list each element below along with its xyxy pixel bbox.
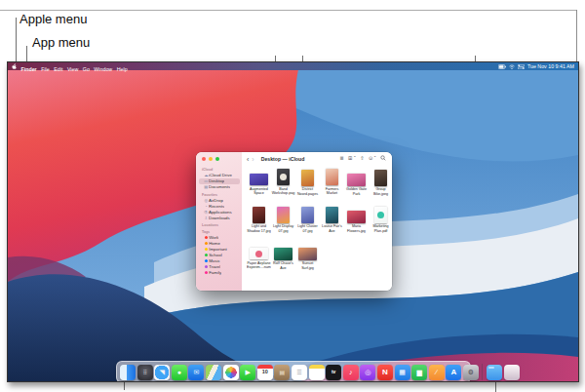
- sidebar-item-family[interactable]: Family: [199, 270, 240, 276]
- minimize-button[interactable]: [209, 157, 213, 161]
- sidebar-item-label: Music: [209, 258, 219, 263]
- tag-dot-icon: [205, 242, 208, 245]
- dock-icon-keynote[interactable]: ▦: [395, 365, 410, 380]
- control-center-icon[interactable]: [518, 64, 525, 69]
- menu-go[interactable]: Go: [83, 66, 90, 72]
- dock-icon-maps[interactable]: [206, 365, 221, 380]
- file-rolf-chase-s-ave[interactable]: Rolf Chase's Ave: [271, 241, 295, 278]
- dock-glyph-system-preferences: ⚙: [468, 369, 474, 375]
- sidebar-item-desktop[interactable]: ▭Desktop: [199, 178, 240, 184]
- file-name: Group Bike.jpeg: [369, 187, 392, 196]
- sidebar-item-label: Downloads: [209, 216, 230, 220]
- dock-icon-messages[interactable]: ●: [172, 365, 187, 380]
- file-marketing-plan-pdf[interactable]: Marketing Plan.pdf: [369, 204, 392, 241]
- file-light-cluster-07-jpg[interactable]: Light Cluster 07.jpg: [295, 204, 320, 241]
- sidebar-item-work[interactable]: Work: [199, 235, 240, 241]
- sidebar-section-favorites: Favorites: [196, 193, 242, 197]
- menu-window[interactable]: Window: [94, 66, 112, 72]
- finder-main: ‹ › Desktop — iCloud ≣⊞ ˇ⇧⊙ ˇ Augmented …: [242, 152, 392, 291]
- sidebar-section-locations: Locations: [196, 223, 242, 227]
- file-name: Sunset Surf.jpg: [295, 261, 320, 270]
- sidebar-item-downloads[interactable]: ⇩Downloads: [199, 215, 240, 220]
- menu-bar-clock[interactable]: Tue Nov 10 9:41 AM: [527, 63, 574, 69]
- wifi-icon[interactable]: [509, 64, 515, 69]
- sidebar-item-school[interactable]: School: [199, 253, 240, 258]
- file-thumbnail: [277, 169, 290, 185]
- file-augmented-space-reimagined-key[interactable]: Augmented Space Reimagined.key: [247, 167, 271, 204]
- file-sunset-surf-jpg[interactable]: Sunset Surf.jpg: [295, 241, 320, 278]
- file-group-bike-jpeg[interactable]: Group Bike.jpeg: [369, 167, 392, 204]
- back-button[interactable]: ‹: [247, 156, 249, 163]
- dock-icon-reminders[interactable]: ☰: [292, 365, 307, 380]
- dock-icon-safari[interactable]: ◥: [154, 365, 170, 380]
- finder-sidebar: iCloud☁iCloud Drive▭Desktop▤DocumentsFav…: [196, 152, 242, 291]
- desktop-screenshot: FinderFileEditViewGoWindowHelp Tue Nov 1…: [7, 61, 579, 382]
- window-title: Desktop — iCloud: [261, 156, 305, 162]
- thumbnail-accent: [255, 251, 262, 257]
- tag-dot-icon: [205, 254, 208, 256]
- dock-glyph-podcasts: ◎: [365, 369, 370, 375]
- sidebar-item-documents[interactable]: ▤Documents: [199, 184, 240, 190]
- battery-icon[interactable]: [498, 64, 506, 69]
- sidebar-item-label: Family: [209, 270, 221, 275]
- dock-icon-system-preferences[interactable]: ⚙: [463, 365, 479, 380]
- dock-icon-finder[interactable]: [120, 365, 136, 380]
- dock-icon-music[interactable]: ♪: [343, 365, 359, 380]
- menu-view[interactable]: View: [67, 66, 78, 72]
- dock-icon-podcasts[interactable]: ◎: [360, 365, 375, 380]
- file-thumbnail: [347, 211, 366, 223]
- close-button[interactable]: [202, 157, 206, 161]
- file-farmers-market-monthly-planner-pdf[interactable]: Farmers Market Monthly Planner.pdf: [320, 167, 344, 204]
- file-district-noord-pages[interactable]: District Noord.pages: [295, 167, 320, 204]
- dock-icon-numbers[interactable]: ▆: [411, 365, 427, 380]
- menu-finder[interactable]: Finder: [21, 66, 37, 72]
- file-maria-flowers-jpg[interactable]: Maria Flowers.jpg: [344, 204, 369, 241]
- forward-button[interactable]: ›: [252, 156, 254, 163]
- file-golden-gate-park[interactable]: Golden Gate Park: [344, 167, 369, 204]
- dock-icon-appstore[interactable]: A: [446, 365, 461, 380]
- file-thumbnail: [274, 248, 292, 260]
- file-name: Light Display 07.jpg: [271, 224, 295, 233]
- dock-icon-tv[interactable]: tv: [326, 365, 341, 380]
- file-band-workshop-pages[interactable]: Band Workshop.pages: [271, 167, 295, 204]
- dock-icon-mail[interactable]: ✉: [188, 365, 204, 380]
- sidebar-item-label: Home: [209, 241, 220, 246]
- file-thumbnail: [326, 207, 338, 223]
- share-icon[interactable]: ⇧: [360, 156, 364, 161]
- file-paper-airplane-experim-numbers[interactable]: Paper Airplane Experim....numbers: [247, 241, 271, 278]
- menu-file[interactable]: File: [41, 66, 50, 72]
- dock-icon-trash[interactable]: [504, 365, 520, 380]
- sidebar-item-label: AirDrop: [209, 198, 223, 203]
- zoom-button[interactable]: [215, 157, 219, 161]
- sidebar-item-travel[interactable]: Travel: [199, 264, 240, 270]
- sidebar-item-home[interactable]: Home: [199, 241, 240, 247]
- menu-edit[interactable]: Edit: [54, 66, 62, 72]
- file-name: Louise Fair's Ave: [320, 224, 344, 233]
- dock-icon-pages[interactable]: ∕: [429, 365, 445, 380]
- menu-help[interactable]: Help: [117, 66, 128, 72]
- group-icon[interactable]: ⊞ ˇ: [348, 156, 356, 161]
- dock-icon-downloads-folder[interactable]: [487, 365, 502, 380]
- dock-separator: [482, 364, 483, 380]
- sidebar-item-music[interactable]: Music: [199, 258, 240, 264]
- dock-icon-news[interactable]: N: [377, 365, 393, 380]
- file-louise-fair-s-ave[interactable]: Louise Fair's Ave: [320, 204, 344, 241]
- file-light-display-07-jpg[interactable]: Light Display 07.jpg: [271, 204, 295, 241]
- search-icon[interactable]: [380, 155, 386, 162]
- view-icon[interactable]: ≣: [339, 156, 343, 161]
- file-name: Golden Gate Park: [344, 187, 369, 196]
- dock-icon-calendar[interactable]: 10: [257, 365, 273, 380]
- sidebar-item-important[interactable]: Important: [199, 247, 240, 253]
- more-icon[interactable]: ⊙ ˇ: [369, 156, 376, 161]
- dock-icon-contacts[interactable]: ▤: [274, 365, 290, 380]
- sidebar-item-icloud-drive[interactable]: ☁iCloud Drive: [199, 173, 240, 178]
- tag-dot-icon: [205, 265, 208, 268]
- dock-icon-notes[interactable]: [309, 365, 325, 380]
- sidebar-item-label: Important: [209, 247, 227, 252]
- apple-menu[interactable]: [12, 63, 17, 69]
- dock-icon-launchpad[interactable]: ⠿: [137, 365, 153, 380]
- file-thumbnail: [374, 170, 387, 186]
- dock-icon-facetime[interactable]: ▶: [240, 365, 255, 380]
- file-light-and-shadow-17-jpg[interactable]: Light and Shadow 17.jpg: [247, 204, 271, 241]
- dock-icon-photos[interactable]: [223, 365, 239, 380]
